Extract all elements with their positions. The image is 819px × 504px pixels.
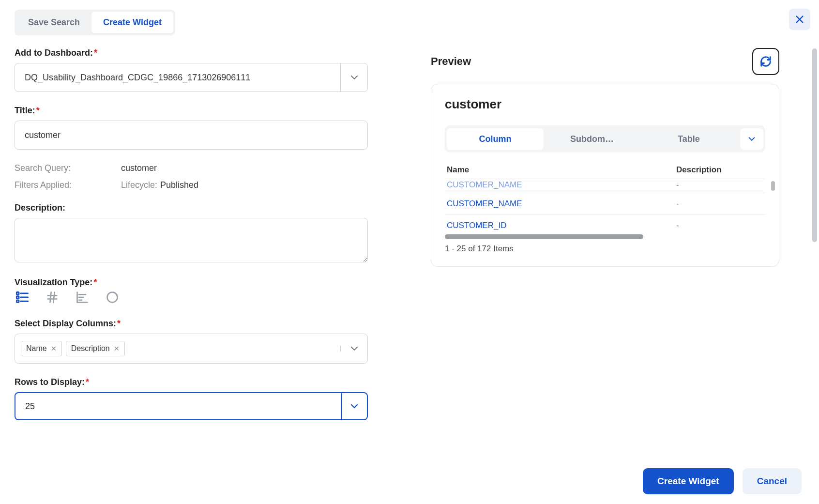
columns-label: Select Display Columns:* — [15, 319, 368, 329]
remove-tag-icon[interactable]: ✕ — [114, 345, 120, 352]
svg-rect-0 — [16, 292, 19, 295]
viz-number-icon[interactable] — [45, 290, 60, 305]
tab-create-widget[interactable]: Create Widget — [91, 12, 173, 33]
cell-desc: - — [676, 199, 763, 209]
tab-save-search[interactable]: Save Search — [16, 12, 91, 33]
preview-tabs: Column Subdom… Table — [445, 125, 765, 153]
cell-name[interactable]: CUSTOMER_ID — [447, 221, 676, 230]
table-row: CUSTOMER_ID - — [445, 214, 765, 232]
table-row: CUSTOMER_NAME - — [445, 193, 765, 214]
tab-subdomain[interactable]: Subdom… — [544, 128, 640, 150]
description-label: Description: — [15, 203, 368, 213]
viz-bar-icon[interactable] — [75, 290, 90, 305]
columns-multiselect[interactable]: Name✕ Description✕ — [15, 334, 368, 364]
rows-value: 25 — [15, 393, 341, 419]
chevron-down-icon[interactable] — [340, 63, 367, 92]
cell-name[interactable]: CUSTOMER_NAME — [447, 180, 676, 190]
rows-select[interactable]: 25 — [15, 392, 368, 420]
dashboard-value: DQ_Usability_Dashboard_CDGC_19866_171302… — [15, 63, 340, 92]
rows-label: Rows to Display:* — [15, 377, 368, 387]
preview-heading: Preview — [431, 55, 471, 68]
search-query-label: Search Query: — [15, 163, 121, 173]
pager-text: 1 - 25 of 172 Items — [445, 244, 765, 254]
dashboard-label: Add to Dashboard:* — [15, 48, 368, 58]
tab-column[interactable]: Column — [447, 128, 544, 150]
dashboard-select[interactable]: DQ_Usability_Dashboard_CDGC_19866_171302… — [15, 63, 368, 92]
viz-list-icon[interactable] — [15, 290, 30, 305]
preview-card: customer Column Subdom… Table Name Descr… — [431, 84, 779, 267]
refresh-button[interactable] — [752, 48, 779, 75]
horizontal-scrollbar[interactable] — [445, 234, 643, 239]
cell-name[interactable]: CUSTOMER_NAME — [447, 199, 676, 209]
filters-key: Lifecycle: — [121, 180, 157, 190]
cancel-button[interactable]: Cancel — [743, 468, 802, 494]
chevron-down-icon[interactable] — [340, 346, 367, 351]
page-scrollbar[interactable] — [812, 48, 817, 242]
remove-tag-icon[interactable]: ✕ — [51, 345, 57, 352]
viz-donut-icon[interactable] — [105, 290, 120, 305]
preview-title: customer — [445, 97, 765, 112]
tab-table[interactable]: Table — [640, 128, 737, 150]
svg-rect-2 — [16, 296, 19, 299]
tabs-more-button[interactable] — [740, 128, 763, 150]
table-row: CUSTOMER_NAME - — [445, 179, 765, 193]
create-widget-button[interactable]: Create Widget — [643, 468, 734, 494]
tag-description: Description✕ — [66, 341, 125, 356]
cell-desc: - — [676, 180, 763, 190]
refresh-icon — [759, 55, 773, 68]
table-header: Name Description — [445, 161, 765, 179]
mini-scrollbar[interactable] — [771, 181, 775, 191]
chevron-down-icon[interactable] — [341, 393, 367, 419]
filters-value: Published — [160, 180, 198, 190]
header-desc: Description — [676, 165, 763, 175]
svg-line-8 — [50, 292, 51, 303]
mode-tabs: Save Search Create Widget — [15, 10, 175, 35]
viz-label: Visualization Type:* — [15, 277, 368, 288]
description-input[interactable] — [15, 218, 368, 262]
tag-name: Name✕ — [21, 341, 62, 356]
title-input[interactable] — [15, 121, 368, 150]
header-name: Name — [447, 165, 676, 175]
title-label: Title:* — [15, 106, 368, 116]
svg-line-9 — [53, 292, 54, 303]
close-icon — [794, 14, 805, 25]
close-button[interactable] — [789, 9, 810, 30]
search-query-value: customer — [121, 163, 157, 173]
svg-rect-4 — [16, 300, 19, 303]
cell-desc: - — [676, 221, 763, 230]
chevron-down-icon — [748, 136, 756, 142]
filters-label: Filters Applied: — [15, 180, 121, 190]
